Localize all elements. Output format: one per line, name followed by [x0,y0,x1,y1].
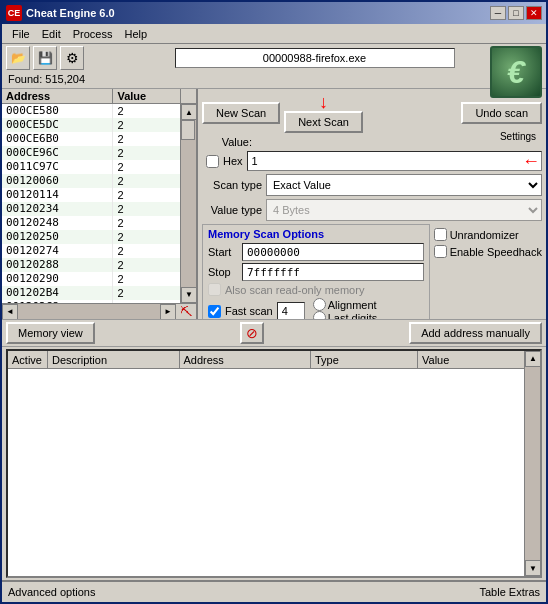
scroll-down-button[interactable]: ▼ [181,287,196,303]
start-input[interactable] [242,243,424,261]
alignment-radio[interactable] [313,298,326,311]
scan-type-select[interactable]: Exact Value Bigger than... Smaller than.… [266,174,542,196]
main-area: Address Value 000CE5802000CE5DC2000CE6B0… [2,89,546,319]
settings-button[interactable]: ⚙ [60,46,84,70]
table-row: 001202342 [2,202,180,216]
unrandomizer-label: Unrandomizer [450,229,519,241]
no-symbol-button[interactable]: ⊘ [240,322,264,344]
hscroll-left-button[interactable]: ◄ [2,304,18,319]
unrandomizer-row: Unrandomizer [434,228,542,241]
value-type-select[interactable]: 4 Bytes 1 Byte 2 Bytes 8 Bytes Float Dou… [266,199,542,221]
undo-scan-button[interactable]: Undo scan [461,102,542,124]
bottom-panel: Active Description Address Type Value ▲ … [2,347,546,581]
fast-scan-row: Fast scan Alignment Last digits [208,298,424,319]
address-cell: 00120288 [2,258,113,272]
table-row: 001200602 [2,174,180,188]
value-cell: 2 [113,230,180,244]
address-column-header: Address [2,89,113,103]
menu-file[interactable]: File [6,26,36,42]
address-cell: 000CE5DC [2,118,113,132]
add-address-button[interactable]: Add address manually [409,322,542,344]
table-row: 001202B42 [2,286,180,300]
table-body [8,369,524,577]
value-input[interactable] [247,151,542,171]
maximize-button[interactable]: □ [508,6,524,20]
value-type-label: Value type [202,204,262,216]
table-row: 001202482 [2,216,180,230]
alignment-radio-row: Alignment [313,298,378,311]
menu-help[interactable]: Help [118,26,153,42]
value-cell: 2 [113,146,180,160]
value-cell: 2 [113,132,180,146]
last-digits-radio[interactable] [313,311,326,319]
table-row: 0011C97C2 [2,160,180,174]
stop-input[interactable] [242,263,424,281]
menu-edit[interactable]: Edit [36,26,67,42]
window-title: Cheat Engine 6.0 [26,7,115,19]
fast-scan-label: Fast scan [225,305,273,317]
table-scroll-up[interactable]: ▲ [525,351,541,367]
hscroll-right-button[interactable]: ► [160,304,176,319]
table-row: 000CE96C2 [2,146,180,160]
next-scan-button[interactable]: Next Scan [284,111,363,133]
title-bar-buttons: ─ □ ✕ [490,6,542,20]
table-header-address: Address [180,351,312,368]
table-row: 001202742 [2,244,180,258]
value-row: Value: [202,136,542,148]
value-cell: 2 [113,202,180,216]
found-count-label: Found: 515,204 [6,72,542,86]
open-button[interactable]: 📂 [6,46,30,70]
hscroll-track [18,304,160,319]
readonly-checkbox[interactable] [208,283,221,296]
address-cell: 000CE6B0 [2,132,113,146]
address-cell: 00120250 [2,230,113,244]
start-label: Start [208,246,238,258]
save-button[interactable]: 💾 [33,46,57,70]
toolbar-area: 📂 💾 ⚙ € Found: 515,204 [2,44,546,89]
memory-options-area: Memory Scan Options Start Stop Als [202,224,542,319]
hex-label: Hex [223,155,243,167]
scroll-thumb[interactable] [181,120,195,140]
process-address-input[interactable] [175,48,455,68]
arrow-left-indicator: ← [522,151,540,172]
fast-scan-checkbox[interactable] [208,305,221,318]
scan-buttons-row: New Scan ↓ Next Scan Undo scan Settings [202,93,542,133]
table-scroll-down[interactable]: ▼ [525,560,541,576]
speedhack-checkbox[interactable] [434,245,447,258]
scan-type-row: Scan type Exact Value Bigger than... Sma… [202,174,542,196]
address-cell: 00120060 [2,174,113,188]
menu-process[interactable]: Process [67,26,119,42]
readonly-row: Also scan read-only memory [208,283,424,296]
table-header-type: Type [311,351,418,368]
next-scan-container: ↓ Next Scan [284,93,363,133]
minimize-button[interactable]: ─ [490,6,506,20]
center-actions: ⊘ [99,322,405,344]
address-cell: 000CE96C [2,146,113,160]
new-scan-button[interactable]: New Scan [202,102,280,124]
close-button[interactable]: ✕ [526,6,542,20]
header-scroll-spacer [180,89,196,103]
value-type-row: Value type 4 Bytes 1 Byte 2 Bytes 8 Byte… [202,199,542,221]
address-list-panel: Address Value 000CE5802000CE5DC2000CE6B0… [2,89,198,319]
scroll-up-button[interactable]: ▲ [181,104,196,120]
table-scrollbar: ▲ ▼ [524,351,540,577]
memory-view-button[interactable]: Memory view [6,322,95,344]
title-bar-left: CE Cheat Engine 6.0 [6,5,115,21]
value-cell: 2 [113,258,180,272]
right-options-panel: Unrandomizer Enable Speedhack [434,224,542,319]
fast-scan-input[interactable] [277,302,305,319]
action-bar: Memory view ⊘ Add address manually [2,319,546,347]
hex-checkbox[interactable] [206,155,219,168]
list-body: 000CE5802000CE5DC2000CE6B02000CE96C20011… [2,104,196,303]
alignment-radio-group: Alignment Last digits [313,298,378,319]
table-header-description: Description [48,351,180,368]
unrandomizer-checkbox[interactable] [434,228,447,241]
value-column-header: Value [113,89,180,103]
table-extras-button[interactable]: Table Extras [473,584,546,600]
table-row: 000CE6B02 [2,132,180,146]
address-cell: 001202B4 [2,286,113,300]
address-cell: 00120274 [2,244,113,258]
table-row: 001202902 [2,272,180,286]
app-window: CE Cheat Engine 6.0 ─ □ ✕ File Edit Proc… [0,0,548,604]
advanced-options-button[interactable]: Advanced options [2,584,101,600]
